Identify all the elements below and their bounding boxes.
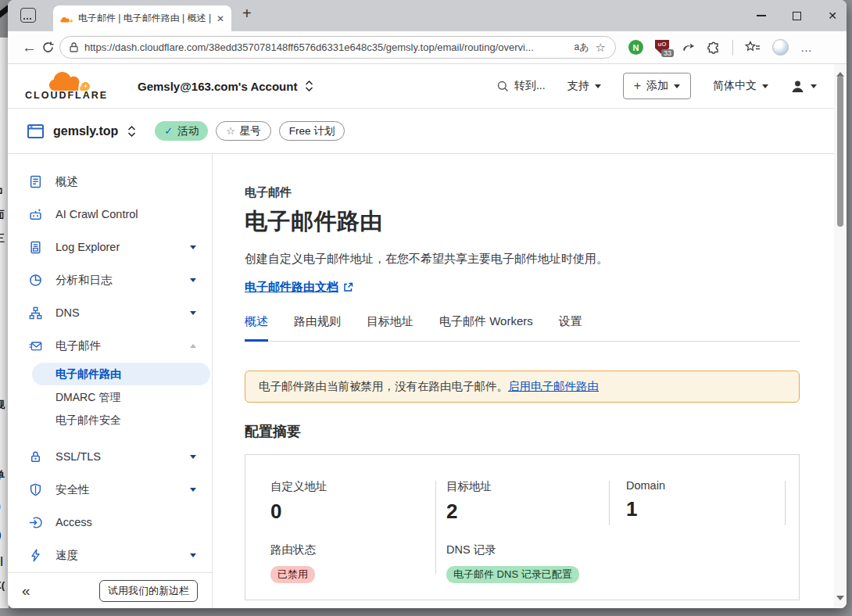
page: CLOUDFLARE Gemsly@163.com's Account 转到..…: [8, 64, 847, 608]
sidebar-footer: « 试用我们的新边栏: [8, 572, 212, 608]
collapse-sidebar-button[interactable]: «: [22, 582, 30, 600]
shield-icon: [29, 483, 42, 496]
configuration-summary-card: 自定义地址 0 目标地址 2 Domain 1: [245, 454, 800, 600]
window-minimize-button[interactable]: [757, 15, 766, 16]
stat-label: 自定义地址: [270, 479, 435, 494]
sidebar-subitem-label: 电子邮件路由: [55, 367, 121, 381]
star-badge[interactable]: ☆ 星号: [216, 121, 271, 141]
browser-menu-icon[interactable]: …: [800, 41, 813, 54]
stat-value: 0: [270, 500, 435, 524]
sidebar-item-email[interactable]: 电子邮件: [8, 329, 212, 362]
sidebar-item-ssl-tls[interactable]: SSL/TLS: [8, 440, 212, 473]
status-label: 活动: [177, 124, 199, 138]
cloudflare-cloud-icon: [48, 71, 92, 91]
scrollbar-down-icon[interactable]: [836, 596, 844, 604]
extensions-puzzle-icon[interactable]: [707, 41, 721, 55]
tab-settings[interactable]: 设置: [559, 314, 582, 341]
extension-badge: 33: [661, 49, 674, 57]
plan-label: Free 计划: [289, 124, 335, 138]
ublock-extension-icon[interactable]: uO 33: [655, 40, 669, 55]
sidebar-item-log-explorer[interactable]: Log Explorer: [8, 231, 212, 263]
chevron-down-icon: [595, 84, 601, 91]
browser-toolbar: ← https://dash.cloudflare.com/38edd35707…: [8, 31, 847, 64]
back-button[interactable]: ←: [22, 39, 37, 56]
tab-actions-icon[interactable]: [20, 8, 36, 23]
routing-status-badge: 已禁用: [270, 566, 315, 583]
log-explorer-icon: [29, 241, 42, 254]
domain-name: gemsly.top: [53, 124, 118, 138]
bookmark-star-icon[interactable]: ☆: [596, 41, 606, 55]
sidebar-item-security[interactable]: 安全性: [8, 473, 212, 506]
stat-label: 路由状态: [270, 543, 435, 557]
sidebar-item-speed[interactable]: 速度: [8, 539, 212, 571]
sidebar-item-label: Access: [55, 516, 92, 528]
tab-overview[interactable]: 概述: [245, 314, 268, 342]
tab-destination-addresses[interactable]: 目标地址: [367, 314, 413, 341]
sidebar: 概述 AI Crawl Control: [8, 154, 213, 608]
sidebar-item-label: AI Crawl Control: [55, 208, 138, 220]
domain-selector-icon[interactable]: [127, 125, 136, 138]
lock-icon: [29, 450, 42, 464]
curved-arrow-extension-icon[interactable]: [681, 41, 695, 54]
sidebar-item-ai-crawl-control[interactable]: AI Crawl Control: [8, 198, 212, 231]
sidebar-subitem-dmarc[interactable]: DMARC 管理: [8, 386, 212, 409]
scrollbar-thumb[interactable]: [837, 76, 843, 227]
browser-window: 电子邮件 | 电子邮件路由 | 概述 | g ✕ + ✕ ← https://d…: [8, 0, 847, 608]
url-text[interactable]: https://dash.cloudflare.com/38edd3570781…: [84, 41, 568, 53]
sidebar-subitem-email-routing[interactable]: 电子邮件路由: [32, 363, 210, 385]
status-badge: ✓ 活动: [155, 121, 208, 141]
stat-label: Domain: [626, 479, 799, 492]
stat-domain: Domain 1: [609, 479, 799, 524]
support-menu[interactable]: 支持: [567, 79, 601, 93]
sidebar-subitem-email-security[interactable]: 电子邮件安全: [8, 409, 212, 432]
sidebar-item-label: SSL/TLS: [55, 450, 101, 463]
user-icon: [790, 79, 805, 94]
window-close-button[interactable]: ✕: [828, 9, 837, 22]
cloudflare-wordmark: CLOUDFLARE: [25, 90, 108, 101]
enable-email-routing-link[interactable]: 启用电子邮件路由: [508, 380, 599, 392]
chevron-down-icon: [811, 84, 817, 91]
sidebar-item-dns[interactable]: DNS: [8, 296, 212, 329]
dns-icon: [29, 306, 42, 320]
sidebar-item-analytics[interactable]: 分析和日志: [8, 263, 212, 296]
translate-icon[interactable]: aあ: [575, 41, 589, 54]
browser-profile-avatar[interactable]: [772, 39, 789, 56]
go-to-search[interactable]: 转到...: [497, 79, 546, 93]
browser-tab[interactable]: 电子邮件 | 电子邮件路由 | 概述 | g ✕: [53, 5, 231, 31]
sidebar-item-overview[interactable]: 概述: [8, 165, 212, 198]
email-icon: [29, 339, 42, 353]
account-switcher[interactable]: Gemsly@163.com's Account: [138, 80, 313, 93]
bg-glyph: ⊐: [0, 184, 3, 196]
bg-glyph: f): [0, 528, 2, 540]
stat-value: 1: [626, 497, 799, 521]
add-button[interactable]: + 添加: [623, 73, 691, 99]
tab-email-workers[interactable]: 电子邮件 Workers: [439, 314, 533, 341]
try-new-sidebar-button[interactable]: 试用我们的新边栏: [99, 580, 198, 602]
page-scrollbar[interactable]: [834, 64, 847, 608]
site-icon: [27, 124, 44, 138]
extension-n-icon[interactable]: N: [628, 40, 643, 55]
card-divider: [785, 481, 786, 525]
language-menu[interactable]: 简体中文: [713, 79, 768, 93]
chevron-down-icon: [190, 311, 196, 318]
sidebar-item-access[interactable]: Access: [8, 506, 212, 539]
banner-text: 电子邮件路由当前被禁用，没有在路由电子邮件。: [259, 380, 508, 392]
browser-titlebar: 电子邮件 | 电子邮件路由 | 概述 | g ✕ + ✕: [8, 0, 847, 31]
tab-close-icon[interactable]: ✕: [217, 13, 224, 24]
cloudflare-logo[interactable]: CLOUDFLARE: [25, 71, 114, 101]
favorites-hub-icon[interactable]: [745, 41, 761, 54]
stat-label: 目标地址: [446, 479, 609, 494]
address-bar[interactable]: https://dash.cloudflare.com/38edd3570781…: [59, 36, 616, 59]
sidebar-item-label: Log Explorer: [55, 241, 120, 253]
email-routing-docs-link[interactable]: 电子邮件路由文档: [245, 280, 338, 295]
stat-dns-records: DNS 记录 电子邮件 DNS 记录已配置: [435, 543, 609, 583]
stat-custom-addresses: 自定义地址 0: [245, 479, 435, 524]
new-tab-button[interactable]: +: [242, 5, 252, 23]
user-menu[interactable]: [790, 79, 817, 94]
tab-routing-rules[interactable]: 路由规则: [294, 314, 341, 341]
toolbar-divider: [732, 40, 733, 56]
refresh-button[interactable]: [41, 41, 55, 54]
stat-label: DNS 记录: [446, 543, 609, 557]
window-maximize-button[interactable]: [793, 12, 801, 20]
support-label: 支持: [567, 79, 589, 93]
